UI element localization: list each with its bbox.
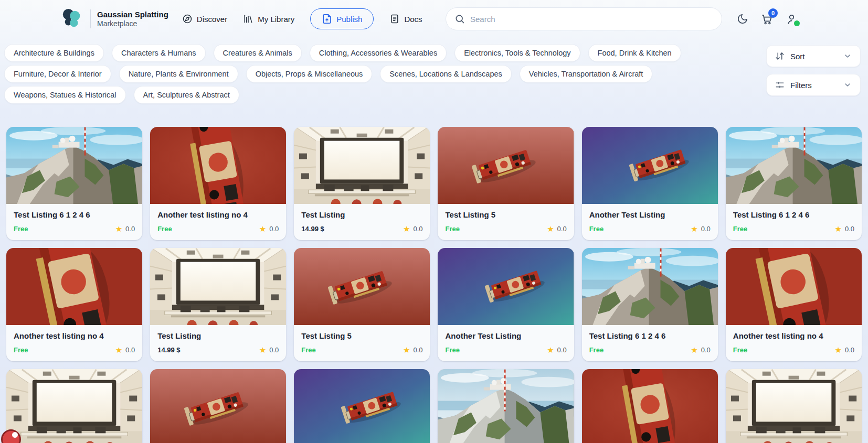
listing-card[interactable]: Test Listing 14.99 $ ★ 0.0: [294, 127, 430, 240]
brand-logo-icon: [61, 8, 83, 30]
nav-item-docs[interactable]: Docs: [389, 14, 422, 24]
listing-thumbnail: [294, 248, 430, 325]
listing-thumbnail: [726, 248, 862, 325]
listing-card[interactable]: Test Listing 6 1 2 4 6 Free ★ 0.0: [6, 127, 142, 240]
listings-grid: Test Listing 6 1 2 4 6 Free ★ 0.0 Anothe…: [0, 127, 868, 443]
search-bar[interactable]: [446, 7, 722, 30]
listing-thumbnail: [6, 127, 142, 204]
category-chip-12[interactable]: Art, Sculptures & Abstract: [134, 86, 239, 104]
listing-rating: ★ 0.0: [403, 346, 423, 354]
star-icon: ★: [547, 346, 554, 354]
listing-rating: ★ 0.0: [259, 225, 279, 233]
category-chip-9[interactable]: Scenes, Locations & Landscapes: [380, 65, 511, 83]
listing-card[interactable]: Another test listing no 4 Free ★ 0.0: [726, 248, 862, 361]
sort-filter-controls: Sort Filters: [766, 45, 861, 96]
publish-icon: [322, 14, 332, 24]
rating-value: 0.0: [413, 346, 422, 354]
category-chip-2[interactable]: Creatures & Animals: [214, 44, 302, 62]
listing-card[interactable]: ★: [726, 369, 862, 443]
listing-card[interactable]: ★: [438, 369, 574, 443]
listing-info: Another Test Listing Free ★ 0.0: [582, 204, 718, 240]
listing-price: 14.99 $: [157, 346, 180, 354]
brand-divider: [90, 9, 91, 28]
listing-title: Test Listing: [157, 331, 279, 340]
category-chip-3[interactable]: Clothing, Accessories & Wearables: [310, 44, 447, 62]
nav-item-discover[interactable]: Discover: [182, 14, 227, 24]
listing-card[interactable]: ★: [150, 369, 286, 443]
listing-thumbnail: [6, 248, 142, 325]
listing-info: Test Listing 5 Free ★ 0.0: [294, 325, 430, 361]
category-chip-6[interactable]: Furniture, Decor & Interior: [4, 65, 111, 83]
listing-card[interactable]: ★: [294, 369, 430, 443]
sort-label: Sort: [790, 52, 805, 61]
listing-card[interactable]: Test Listing 6 1 2 4 6 Free ★ 0.0: [726, 127, 862, 240]
listing-title: Test Listing 6 1 2 4 6: [589, 331, 711, 340]
listing-info: Test Listing 5 Free ★ 0.0: [438, 204, 574, 240]
listing-price: Free: [14, 346, 28, 354]
category-chip-10[interactable]: Vehicles, Transportation & Aircraft: [520, 65, 653, 83]
sort-button[interactable]: Sort: [766, 45, 861, 67]
listing-info: Another Test Listing Free ★ 0.0: [438, 325, 574, 361]
listing-price: Free: [157, 225, 172, 233]
nav-item-my-library[interactable]: My Library: [243, 14, 294, 24]
listing-card[interactable]: ★: [582, 369, 718, 443]
rating-value: 0.0: [269, 346, 279, 354]
listing-card[interactable]: Another Test Listing Free ★ 0.0: [582, 127, 718, 240]
dark-mode-toggle[interactable]: [737, 13, 748, 25]
category-chip-0[interactable]: Architecture & Buildings: [4, 44, 104, 62]
rating-value: 0.0: [845, 225, 854, 233]
header: Gaussian Splatting Marketplace Discover …: [0, 0, 868, 38]
listing-price: Free: [445, 225, 459, 233]
category-chip-4[interactable]: Electronics, Tools & Technology: [454, 44, 580, 62]
header-icons: 0: [737, 13, 798, 25]
listing-card[interactable]: Another test listing no 4 Free ★ 0.0: [6, 248, 142, 361]
category-chip-7[interactable]: Nature, Plants & Environment: [119, 65, 238, 83]
filters-button[interactable]: Filters: [766, 74, 861, 96]
cart-button[interactable]: 0: [761, 13, 773, 25]
rating-value: 0.0: [125, 346, 135, 354]
listing-title: Another Test Listing: [589, 210, 711, 219]
star-icon: ★: [259, 225, 266, 233]
listing-info: Another test listing no 4 Free ★ 0.0: [726, 325, 862, 361]
listing-title: Another test listing no 4: [14, 331, 135, 340]
nav-item-publish[interactable]: Publish: [310, 8, 374, 29]
profile-button[interactable]: [786, 13, 798, 25]
listing-price: Free: [733, 225, 747, 233]
listing-card[interactable]: Test Listing 5 Free ★ 0.0: [438, 127, 574, 240]
listing-price: 14.99 $: [301, 225, 324, 233]
star-icon: ★: [834, 225, 841, 233]
category-chip-5[interactable]: Food, Drink & Kitchen: [588, 44, 681, 62]
listing-info: Test Listing 14.99 $ ★ 0.0: [294, 204, 430, 240]
listing-card[interactable]: ★: [6, 369, 142, 443]
search-input[interactable]: [470, 15, 713, 24]
listing-thumbnail: [6, 369, 142, 443]
main-nav: Discover My Library Publish Docs: [182, 8, 422, 29]
category-chip-11[interactable]: Weapons, Statues & Historical: [4, 86, 126, 104]
brand-title: Gaussian Splatting: [97, 10, 168, 19]
listing-thumbnail: [582, 248, 718, 325]
listing-info: Another test listing no 4 Free ★ 0.0: [6, 325, 142, 361]
listing-card[interactable]: Test Listing 5 Free ★ 0.0: [294, 248, 430, 361]
category-chip-8[interactable]: Objects, Props & Miscellaneous: [246, 65, 373, 83]
listing-card[interactable]: Test Listing 6 1 2 4 6 Free ★ 0.0: [582, 248, 718, 361]
listing-card[interactable]: Test Listing 14.99 $ ★ 0.0: [150, 248, 286, 361]
filters-label: Filters: [790, 81, 812, 90]
listing-price: Free: [733, 346, 747, 354]
rating-value: 0.0: [701, 346, 711, 354]
star-icon: ★: [691, 346, 697, 354]
listing-info: Another test listing no 4 Free ★ 0.0: [150, 204, 286, 240]
listing-thumbnail: [294, 127, 430, 204]
listing-thumbnail: [726, 127, 862, 204]
rating-value: 0.0: [701, 225, 711, 233]
rating-value: 0.0: [557, 225, 567, 233]
listing-title: Test Listing 5: [301, 331, 422, 340]
category-chip-1[interactable]: Characters & Humans: [112, 44, 206, 62]
nav-label-docs: Docs: [404, 15, 422, 24]
listing-rating: ★ 0.0: [403, 225, 423, 233]
listing-rating: ★ 0.0: [547, 225, 567, 233]
listing-card[interactable]: Another test listing no 4 Free ★ 0.0: [150, 127, 286, 240]
brand-name: Gaussian Splatting Marketplace: [97, 10, 168, 27]
listing-title: Test Listing 6 1 2 4 6: [14, 210, 135, 219]
listing-card[interactable]: Another Test Listing Free ★ 0.0: [438, 248, 574, 361]
listing-thumbnail: [726, 369, 862, 443]
